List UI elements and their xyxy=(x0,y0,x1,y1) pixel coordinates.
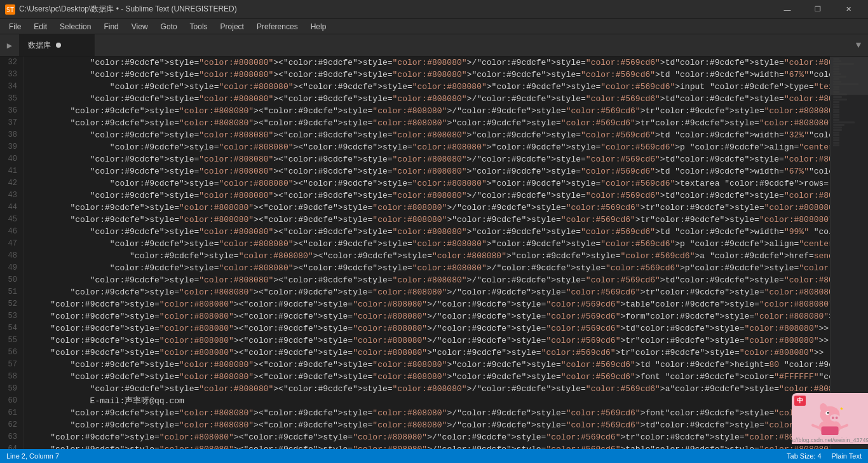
menu-item-project[interactable]: Project xyxy=(214,19,250,34)
line-number: 61 xyxy=(3,407,17,419)
minimap-line xyxy=(833,114,839,116)
code-line: "color:#9cdcfe">style="color:#808080"><"… xyxy=(31,250,830,262)
line-number: 60 xyxy=(3,395,17,407)
code-line: "color:#9cdcfe">style="color:#808080"><"… xyxy=(31,431,830,443)
line-number: 40 xyxy=(3,153,17,165)
line-number: 42 xyxy=(3,177,17,190)
line-number: 51 xyxy=(3,286,17,298)
titlebar: ST C:\Users\pc\Desktop\数据库 • - Sublime T… xyxy=(0,0,868,19)
svg-point-4 xyxy=(830,414,839,422)
tab-right-button[interactable]: ▼ xyxy=(849,34,868,56)
line-number: 45 xyxy=(3,214,17,226)
svg-text:★: ★ xyxy=(839,405,843,412)
code-line: "color:#9cdcfe">style="color:#808080"><"… xyxy=(31,202,830,214)
line-number: 37 xyxy=(3,117,17,129)
watermark: 中 ★ https://blog.csdn.net/weixin_4374936… xyxy=(792,393,868,444)
minimap-line xyxy=(833,121,855,123)
minimap-line xyxy=(833,81,841,83)
menu-item-goto[interactable]: Goto xyxy=(154,19,184,34)
code-line: "color:#9cdcfe">style="color:#808080"><"… xyxy=(31,226,830,238)
close-button[interactable]: ✕ xyxy=(834,0,863,19)
code-line: "color:#9cdcfe">style="color:#808080"><"… xyxy=(31,407,830,419)
tab-label: 数据库 xyxy=(28,40,51,51)
minimap-line xyxy=(833,88,839,90)
watermark-url: https://blog.csdn.net/weixin_43749362 xyxy=(792,436,868,444)
minimap-line xyxy=(833,109,839,111)
watermark-badge: 中 xyxy=(794,396,806,406)
code-line: "color:#9cdcfe">style="color:#808080"><"… xyxy=(31,383,830,395)
minimap-line xyxy=(833,101,839,103)
code-line: "color:#9cdcfe">style="color:#808080"><"… xyxy=(31,153,830,165)
line-number: 36 xyxy=(3,105,17,117)
code-line: "color:#9cdcfe">style="color:#808080"><"… xyxy=(31,286,830,298)
code-line: "color:#9cdcfe">style="color:#808080"><"… xyxy=(31,310,830,322)
tab-database[interactable]: 数据库 xyxy=(19,34,95,56)
file-type: Plain Text xyxy=(832,452,862,460)
code-line: "color:#9cdcfe">style="color:#808080"><"… xyxy=(31,419,830,431)
line-number: 53 xyxy=(3,310,17,322)
line-number: 52 xyxy=(3,298,17,310)
minimap-line xyxy=(833,83,858,85)
line-number: 48 xyxy=(3,250,17,262)
line-number: 43 xyxy=(3,190,17,202)
code-line: "color:#9cdcfe">style="color:#808080"><"… xyxy=(31,298,830,310)
minimap-line xyxy=(833,119,839,121)
svg-rect-10 xyxy=(821,427,838,436)
line-number: 64 xyxy=(3,443,17,449)
menu-item-find[interactable]: Find xyxy=(97,19,125,34)
code-line: "color:#9cdcfe">style="color:#808080"><"… xyxy=(31,165,830,177)
menu-item-file[interactable]: File xyxy=(3,19,27,34)
maximize-button[interactable]: ❐ xyxy=(803,0,832,19)
line-number: 35 xyxy=(3,93,17,105)
code-line: "color:#9cdcfe">style="color:#808080"><"… xyxy=(31,214,830,226)
code-line: "color:#9cdcfe">style="color:#808080"><"… xyxy=(31,274,830,286)
code-line: "color:#9cdcfe">style="color:#808080"><"… xyxy=(31,443,830,449)
menu-item-edit[interactable]: Edit xyxy=(27,19,53,34)
tabbar: ▶ 数据库 ▼ xyxy=(0,34,868,57)
line-number: 32 xyxy=(3,57,17,69)
tab-modified-dot xyxy=(56,43,61,48)
menu-item-help[interactable]: Help xyxy=(304,19,333,34)
code-line: "color:#9cdcfe">style="color:#808080"><"… xyxy=(31,69,830,81)
tab-size: Tab Size: 4 xyxy=(787,452,821,460)
menu-item-preferences[interactable]: Preferences xyxy=(250,19,304,34)
menu-item-tools[interactable]: Tools xyxy=(184,19,214,34)
minimap-line xyxy=(833,144,839,146)
minimap-line xyxy=(833,76,846,78)
line-numbers: 3233343536373839404142434445464748495051… xyxy=(0,57,24,449)
code-line: "color:#9cdcfe">style="color:#808080"><"… xyxy=(31,190,830,202)
svg-line-11 xyxy=(813,425,819,428)
line-number: 54 xyxy=(3,322,17,335)
code-line: "color:#9cdcfe">style="color:#808080"><"… xyxy=(31,238,830,250)
minimap[interactable] xyxy=(830,57,868,449)
code-line: "color:#9cdcfe">style="color:#808080"><"… xyxy=(31,93,830,105)
cursor-position: Line 2, Column 7 xyxy=(6,452,59,460)
minimap-line xyxy=(833,91,839,93)
app-icon: ST xyxy=(5,4,15,15)
svg-text:ST: ST xyxy=(6,6,14,13)
line-number: 44 xyxy=(3,202,17,214)
line-number: 56 xyxy=(3,347,17,359)
code-line: "color:#9cdcfe">style="color:#808080"><"… xyxy=(31,129,830,141)
title-text: C:\Users\pc\Desktop\数据库 • - Sublime Text… xyxy=(19,4,237,15)
minimap-line xyxy=(833,63,854,65)
minimap-line xyxy=(833,104,839,106)
code-line: "color:#9cdcfe">style="color:#808080"><"… xyxy=(31,57,830,69)
minimap-line xyxy=(833,124,844,126)
line-number: 50 xyxy=(3,274,17,286)
menu-item-view[interactable]: View xyxy=(125,19,154,34)
line-number: 38 xyxy=(3,129,17,141)
minimap-line xyxy=(833,58,839,60)
minimap-line xyxy=(833,99,847,100)
minimap-line xyxy=(833,129,842,131)
minimap-line xyxy=(833,106,839,108)
minimize-button[interactable]: — xyxy=(773,0,802,19)
menu-item-selection[interactable]: Selection xyxy=(53,19,97,34)
code-area[interactable]: "color:#9cdcfe">style="color:#808080"><"… xyxy=(24,57,830,449)
line-number: 47 xyxy=(3,238,17,250)
line-number: 41 xyxy=(3,165,17,177)
minimap-line xyxy=(833,132,839,134)
svg-line-12 xyxy=(841,425,847,428)
tab-left-button[interactable]: ▶ xyxy=(0,34,19,56)
code-line: "color:#9cdcfe">style="color:#808080"><"… xyxy=(31,347,830,359)
